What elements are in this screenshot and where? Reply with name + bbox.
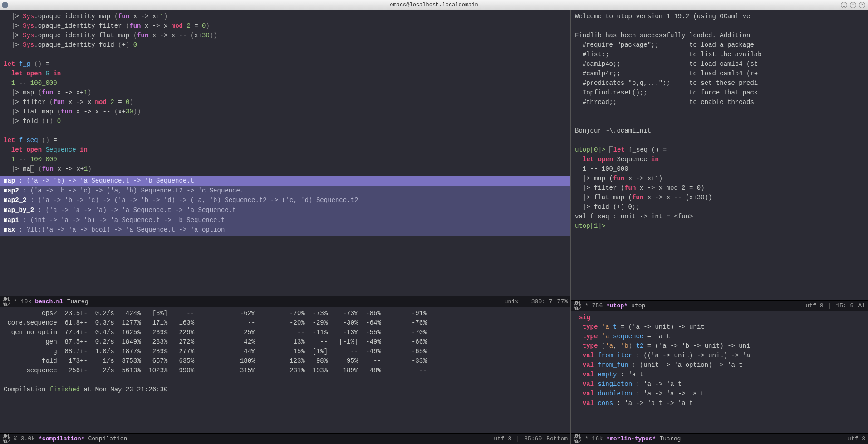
major-mode: Tuareg: [659, 435, 681, 442]
compilation-pane[interactable]: cps2 23.5+- 0.2/s 424% [3%] -- -62% -70%…: [0, 307, 570, 433]
scroll-pct: 77%: [557, 298, 568, 305]
buffer-modified: *: [585, 435, 588, 442]
cursor-pos: 15: 9: [836, 302, 853, 309]
completion-item[interactable]: map2 : ('a -> 'b -> 'c) -> ('a, 'b) Sequ…: [0, 186, 570, 196]
buffer-size: 16k: [592, 435, 603, 442]
completion-popup[interactable]: map : ('a -> 'b) -> 'a Sequence.t -> 'b …: [0, 176, 570, 236]
completion-item[interactable]: map_by_2 : ('a -> 'a -> 'a) -> 'a Sequen…: [0, 206, 570, 216]
buffer-size: 3.0k: [21, 435, 35, 442]
buffer-size: 10k: [21, 298, 31, 305]
completion-item[interactable]: mapi : (int -> 'a -> 'b) -> 'a Sequence.…: [0, 216, 570, 226]
encoding: utf-8: [806, 302, 824, 309]
modeline-editor: ❶|❷ * 10k bench.ml Tuareg unix | 300: 7 …: [0, 296, 570, 307]
maximize-icon[interactable]: ⌃: [850, 2, 856, 8]
modeline-utop: ❶|❷ * 756 *utop* utop utf-8 | 15: 9 Al: [571, 300, 868, 311]
close-icon[interactable]: ×: [859, 2, 865, 8]
encoding: utf-8: [848, 435, 865, 442]
editor-pane[interactable]: |> Sys.opaque_identity map (fun x -> x+1…: [0, 10, 570, 296]
scroll-pct: Bottom: [546, 435, 568, 442]
editor-content[interactable]: |> Sys.opaque_identity map (fun x -> x+1…: [0, 10, 570, 176]
buffer-name: *compilation*: [39, 435, 84, 442]
buffer-name: *utop*: [606, 302, 628, 309]
minimize-icon[interactable]: ‿: [841, 2, 847, 8]
buffer-modified: *: [585, 302, 588, 309]
cursor-pos: 300: 7: [531, 298, 553, 305]
utop-pane[interactable]: Welcome to utop version 1.19.2 (using OC…: [571, 10, 868, 300]
modeline-merlin: ❶|❹ * 16k *merlin-types* Tuareg utf-8: [571, 433, 868, 444]
completion-item[interactable]: map2_2 : ('a -> 'b -> 'c) -> ('a -> 'b -…: [0, 196, 570, 206]
workspace: |> Sys.opaque_identity map (fun x -> x+1…: [0, 10, 868, 444]
env-label: unix: [505, 298, 519, 305]
right-column: Welcome to utop version 1.19.2 (using OC…: [571, 10, 868, 444]
buffer-size: 756: [592, 302, 603, 309]
modeline-indicator: ❶|❷: [3, 298, 10, 306]
scroll-pct: Al: [858, 302, 865, 309]
compilation-content: cps2 23.5+- 0.2/s 424% [3%] -- -62% -70%…: [0, 307, 570, 396]
utop-content[interactable]: Welcome to utop version 1.19.2 (using OC…: [571, 10, 868, 233]
left-column: |> Sys.opaque_identity map (fun x -> x+1…: [0, 10, 571, 444]
merlin-types-pane[interactable]: sig type 'a t = ('a -> unit) -> unit typ…: [571, 311, 868, 433]
major-mode: utop: [631, 302, 645, 309]
modeline-indicator: ❶|❸: [3, 435, 10, 443]
modeline-compilation: ❶|❸ % 3.0k *compilation* Compilation utf…: [0, 433, 570, 444]
completion-item[interactable]: max : ?lt:('a -> 'a -> bool) -> 'a Seque…: [0, 225, 570, 235]
merlin-types-content: sig type 'a t = ('a -> unit) -> unit typ…: [571, 311, 868, 410]
window-titlebar: emacs@localhost.localdomain ‿ ⌃ ×: [0, 0, 868, 10]
modeline-indicator: ❶|❹: [574, 435, 581, 443]
major-mode: Tuareg: [67, 298, 88, 305]
window-controls: ‿ ⌃ ×: [841, 2, 865, 8]
buffer-name: bench.ml: [35, 298, 63, 305]
modeline-indicator: ❶|❷: [574, 302, 581, 310]
major-mode: Compilation: [88, 435, 127, 442]
buffer-name: *merlin-types*: [606, 435, 656, 442]
buffer-modified: *: [14, 298, 17, 305]
encoding: utf-8: [494, 435, 511, 442]
cursor-pos: 35:60: [524, 435, 542, 442]
buffer-modified: %: [14, 435, 17, 442]
app-icon: [2, 2, 8, 8]
window-title: emacs@localhost.localdomain: [390, 2, 478, 8]
completion-item[interactable]: map : ('a -> 'b) -> 'a Sequence.t -> 'b …: [0, 176, 570, 186]
